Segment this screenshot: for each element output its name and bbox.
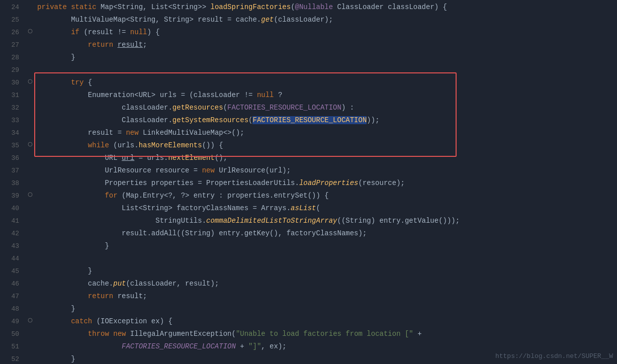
svg-point-0 bbox=[28, 29, 32, 33]
svg-point-3 bbox=[28, 193, 32, 197]
code-line: 33 ClassLoader.getSystemResources(FACTOR… bbox=[0, 114, 617, 127]
code-line: 50 throw new IllegalArgumentException("U… bbox=[0, 328, 617, 340]
code-line: 51 FACTORIES_RESOURCE_LOCATION + "]", ex… bbox=[0, 340, 617, 353]
code-line: 49 catch (IOException ex) { bbox=[0, 315, 617, 328]
code-line: 25 MultiValueMap<String, String> result … bbox=[0, 14, 617, 26]
code-line: 45 } bbox=[0, 265, 617, 278]
code-editor: 24 private static Map<String, List<Strin… bbox=[0, 0, 617, 364]
code-line: 34 result = new LinkedMultiValueMap<>(); bbox=[0, 127, 617, 139]
code-line: 28 } bbox=[0, 51, 617, 64]
code-line-try: 30 try { bbox=[0, 76, 617, 89]
svg-point-2 bbox=[28, 142, 32, 146]
code-line: 44 bbox=[0, 252, 617, 265]
code-line: 36 URL url = urls.nextElement(); bbox=[0, 152, 617, 164]
code-line: 41 StringUtils.commaDelimitedListToStrin… bbox=[0, 215, 617, 227]
svg-point-1 bbox=[28, 79, 32, 83]
code-line: 32 classLoader.getResources(FACTORIES_RE… bbox=[0, 102, 617, 114]
code-line: 43 } bbox=[0, 240, 617, 252]
code-line: 46 cache.put(classLoader, result); bbox=[0, 278, 617, 290]
code-line: 38 Properties properties = PropertiesLoa… bbox=[0, 177, 617, 190]
code-line: 29 bbox=[0, 64, 617, 76]
code-line: 31 Enumeration<URL> urls = (classLoader … bbox=[0, 89, 617, 102]
code-line: 24 private static Map<String, List<Strin… bbox=[0, 1, 617, 14]
code-line: 39 for (Map.Entry<?, ?> entry : properti… bbox=[0, 190, 617, 202]
code-line: 48 } bbox=[0, 303, 617, 315]
code-line: 26 if (result != null) { bbox=[0, 26, 617, 39]
code-line: 27 return result; bbox=[0, 39, 617, 51]
watermark: https://blog.csdn.net/SUPER__W bbox=[495, 352, 613, 360]
code-line: 35 while (urls.hasMoreElements()) { bbox=[0, 139, 617, 152]
svg-point-4 bbox=[28, 318, 32, 322]
code-line: 37 UrlResource resource = new UrlResourc… bbox=[0, 164, 617, 177]
code-line: 42 result.addAll((String) entry.getKey()… bbox=[0, 227, 617, 240]
code-line: 40 List<String> factoryClassNames = Arra… bbox=[0, 202, 617, 215]
code-line: 47 return result; bbox=[0, 290, 617, 303]
